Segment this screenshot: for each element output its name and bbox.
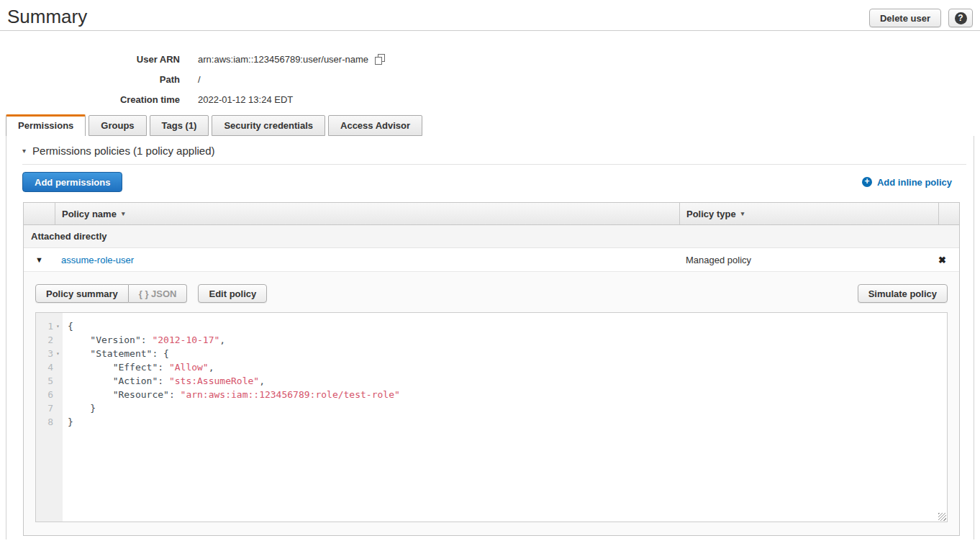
editor-resize-grip-icon[interactable] — [938, 513, 946, 521]
field-value: arn:aws:iam::123456789:user/user-name — [198, 54, 385, 65]
policy-name-link[interactable]: assume-role-user — [55, 255, 679, 265]
group-row-attached-directly: Attached directly — [24, 225, 959, 248]
actions-column-header — [938, 203, 959, 224]
add-inline-policy-link[interactable]: + Add inline policy — [862, 177, 952, 188]
line-number: 8 — [47, 416, 53, 427]
token-plain — [68, 362, 113, 373]
token-plain — [68, 389, 113, 400]
collapse-caret-icon[interactable]: ▾ — [22, 147, 26, 155]
token-plain: : — [169, 389, 181, 400]
json-policy-editor[interactable]: 1▾23▾45678 { "Version": "2012-10-17", "S… — [35, 312, 948, 522]
token-plain: , — [219, 334, 225, 345]
policy-row: ▼ assume-role-user Managed policy ✖ — [24, 248, 959, 271]
code-line: } — [68, 415, 947, 429]
token-plain: : — [158, 375, 169, 386]
editor-code-area[interactable]: { "Version": "2012-10-17", "Statement": … — [63, 313, 947, 522]
field-label: User ARN — [0, 54, 180, 65]
field-value: 2022-01-12 13:24 EDT — [198, 94, 293, 105]
line-number: 4 — [47, 362, 53, 373]
code-line: "Action": "sts:AssumeRole", — [68, 374, 947, 388]
token-key: "Statement" — [90, 348, 152, 359]
field-label: Creation time — [0, 94, 180, 105]
editor-gutter: 1▾23▾45678 — [36, 313, 63, 522]
user-details: User ARNarn:aws:iam::123456789:user/user… — [0, 31, 980, 109]
token-plain: , — [259, 375, 265, 386]
policy-type-value: Managed policy — [679, 255, 938, 265]
tab-permissions[interactable]: Permissions — [6, 114, 86, 136]
gutter-row: 4 — [36, 360, 63, 374]
fold-caret-icon[interactable]: ▾ — [53, 323, 63, 329]
token-plain — [68, 375, 113, 386]
tab-tags-1[interactable]: Tags (1) — [150, 115, 209, 136]
line-number: 5 — [47, 375, 53, 386]
detail-row: Creation time2022-01-12 13:24 EDT — [0, 89, 980, 109]
line-number: 1 — [47, 321, 53, 332]
code-line: { — [68, 319, 947, 333]
token-string: "sts:AssumeRole" — [169, 375, 259, 386]
tab-access-advisor[interactable]: Access Advisor — [328, 115, 422, 136]
policy-detail-panel: Policy summary { } JSON Edit policy Simu… — [24, 271, 959, 535]
policy-table: Policy name▾Policy type▾ Attached direct… — [23, 202, 960, 536]
expander-column-header — [24, 203, 55, 224]
token-key: "Version" — [90, 334, 140, 345]
code-line: "Resource": "arn:aws:iam::123456789:role… — [68, 388, 947, 401]
tab-strip: PermissionsGroupsTags (1)Security creden… — [6, 115, 980, 136]
token-key: "Resource" — [113, 389, 169, 400]
gutter-row: 6 — [36, 388, 63, 401]
simulate-policy-button[interactable]: Simulate policy — [858, 284, 948, 303]
plus-circle-icon: + — [862, 177, 872, 187]
section-heading-label: Permissions policies (1 policy applied) — [32, 145, 214, 157]
token-plain: } — [68, 403, 96, 414]
permissions-tab-panel: ▾ Permissions policies (1 policy applied… — [6, 136, 974, 539]
policy-detail-toolbar: Policy summary { } JSON Edit policy Simu… — [35, 284, 948, 303]
policy-summary-button[interactable]: Policy summary — [35, 284, 129, 303]
copy-icon[interactable] — [375, 54, 385, 65]
token-plain: : { — [152, 348, 168, 359]
token-key: "Action" — [113, 375, 158, 386]
detail-row: User ARNarn:aws:iam::123456789:user/user… — [0, 49, 980, 69]
column-header-policy-type[interactable]: Policy type▾ — [679, 203, 938, 224]
fold-caret-icon[interactable]: ▾ — [53, 350, 63, 357]
token-plain: : — [141, 334, 153, 345]
token-string: "2012-10-17" — [152, 334, 219, 345]
sort-caret-icon: ▾ — [741, 210, 745, 217]
token-plain: } — [68, 416, 73, 427]
detail-row: Path/ — [0, 69, 980, 89]
gutter-row: 1▾ — [36, 319, 63, 333]
token-string: "arn:aws:iam::123456789:role/test-role" — [181, 389, 400, 400]
help-button[interactable]: ? — [948, 9, 973, 27]
code-line: "Effect": "Allow", — [68, 360, 947, 374]
detach-policy-icon[interactable]: ✖ — [938, 255, 959, 265]
page-title: Summary — [7, 6, 87, 27]
tab-security-credentials[interactable]: Security credentials — [212, 115, 325, 136]
field-value: / — [198, 74, 201, 85]
tab-groups[interactable]: Groups — [89, 115, 146, 136]
json-view-button[interactable]: { } JSON — [129, 284, 188, 303]
code-line: "Statement": { — [68, 347, 947, 360]
page-header: Summary Delete user ? — [0, 0, 980, 31]
token-plain: , — [209, 362, 214, 373]
delete-user-button[interactable]: Delete user — [869, 9, 941, 27]
column-header-label: Policy name — [62, 209, 117, 219]
policy-view-switch: Policy summary { } JSON — [35, 284, 187, 303]
line-number: 3 — [47, 348, 53, 359]
add-inline-policy-label: Add inline policy — [877, 177, 952, 188]
gutter-row: 7 — [36, 401, 63, 415]
gutter-row: 3▾ — [36, 347, 63, 360]
policy-table-header: Policy name▾Policy type▾ — [24, 203, 959, 225]
policy-actions-row: Add permissions + Add inline policy — [22, 172, 966, 192]
line-number: 7 — [47, 403, 53, 414]
column-header-policy-name[interactable]: Policy name▾ — [55, 203, 679, 224]
token-plain — [68, 334, 90, 345]
code-line: } — [68, 401, 947, 415]
gutter-row: 5 — [36, 374, 63, 388]
token-plain: : — [158, 362, 169, 373]
column-header-label: Policy type — [686, 209, 736, 219]
token-key: "Effect" — [113, 362, 158, 373]
line-number: 6 — [47, 389, 53, 400]
code-line: "Version": "2012-10-17", — [68, 333, 947, 347]
field-label: Path — [0, 74, 180, 85]
add-permissions-button[interactable]: Add permissions — [22, 172, 122, 192]
row-expander-icon[interactable]: ▼ — [24, 255, 55, 264]
edit-policy-button[interactable]: Edit policy — [198, 284, 267, 303]
